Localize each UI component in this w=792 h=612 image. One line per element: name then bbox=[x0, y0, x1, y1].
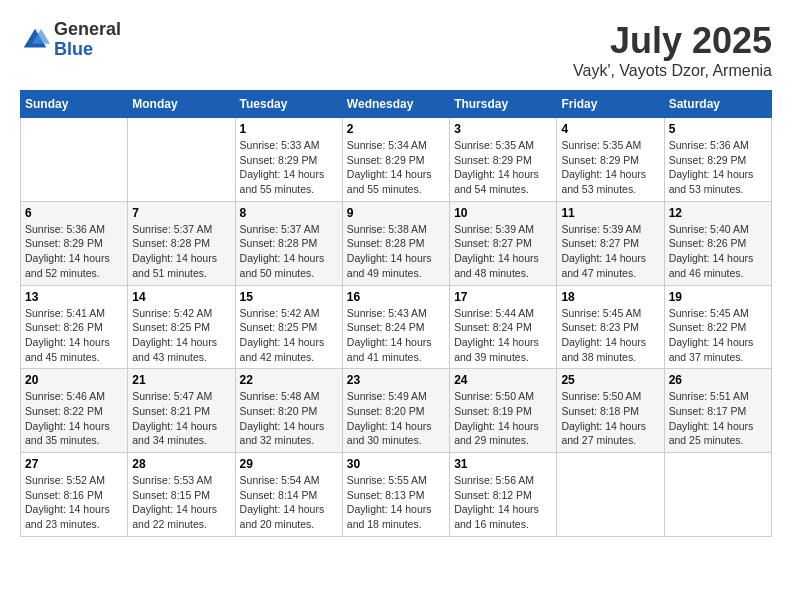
day-number: 10 bbox=[454, 206, 552, 220]
day-number: 4 bbox=[561, 122, 659, 136]
calendar-day-cell: 29Sunrise: 5:54 AMSunset: 8:14 PMDayligh… bbox=[235, 453, 342, 537]
calendar-day-cell: 20Sunrise: 5:46 AMSunset: 8:22 PMDayligh… bbox=[21, 369, 128, 453]
day-number: 22 bbox=[240, 373, 338, 387]
day-info: Sunrise: 5:45 AMSunset: 8:23 PMDaylight:… bbox=[561, 306, 659, 365]
day-info: Sunrise: 5:53 AMSunset: 8:15 PMDaylight:… bbox=[132, 473, 230, 532]
calendar-day-cell: 11Sunrise: 5:39 AMSunset: 8:27 PMDayligh… bbox=[557, 201, 664, 285]
day-info: Sunrise: 5:37 AMSunset: 8:28 PMDaylight:… bbox=[240, 222, 338, 281]
day-info: Sunrise: 5:37 AMSunset: 8:28 PMDaylight:… bbox=[132, 222, 230, 281]
day-number: 5 bbox=[669, 122, 767, 136]
day-info: Sunrise: 5:39 AMSunset: 8:27 PMDaylight:… bbox=[454, 222, 552, 281]
calendar-day-cell: 12Sunrise: 5:40 AMSunset: 8:26 PMDayligh… bbox=[664, 201, 771, 285]
calendar-day-cell: 3Sunrise: 5:35 AMSunset: 8:29 PMDaylight… bbox=[450, 118, 557, 202]
day-info: Sunrise: 5:48 AMSunset: 8:20 PMDaylight:… bbox=[240, 389, 338, 448]
day-info: Sunrise: 5:56 AMSunset: 8:12 PMDaylight:… bbox=[454, 473, 552, 532]
day-number: 14 bbox=[132, 290, 230, 304]
calendar-day-cell: 18Sunrise: 5:45 AMSunset: 8:23 PMDayligh… bbox=[557, 285, 664, 369]
day-number: 29 bbox=[240, 457, 338, 471]
day-number: 24 bbox=[454, 373, 552, 387]
logo-icon bbox=[20, 25, 50, 55]
day-number: 30 bbox=[347, 457, 445, 471]
day-number: 7 bbox=[132, 206, 230, 220]
day-info: Sunrise: 5:50 AMSunset: 8:19 PMDaylight:… bbox=[454, 389, 552, 448]
day-info: Sunrise: 5:49 AMSunset: 8:20 PMDaylight:… bbox=[347, 389, 445, 448]
logo-text: General Blue bbox=[54, 20, 121, 60]
calendar-day-cell: 6Sunrise: 5:36 AMSunset: 8:29 PMDaylight… bbox=[21, 201, 128, 285]
logo: General Blue bbox=[20, 20, 121, 60]
day-number: 31 bbox=[454, 457, 552, 471]
calendar-day-cell: 22Sunrise: 5:48 AMSunset: 8:20 PMDayligh… bbox=[235, 369, 342, 453]
calendar-day-cell: 14Sunrise: 5:42 AMSunset: 8:25 PMDayligh… bbox=[128, 285, 235, 369]
calendar-day-cell: 21Sunrise: 5:47 AMSunset: 8:21 PMDayligh… bbox=[128, 369, 235, 453]
day-info: Sunrise: 5:52 AMSunset: 8:16 PMDaylight:… bbox=[25, 473, 123, 532]
day-number: 21 bbox=[132, 373, 230, 387]
day-info: Sunrise: 5:36 AMSunset: 8:29 PMDaylight:… bbox=[669, 138, 767, 197]
calendar-week-row: 27Sunrise: 5:52 AMSunset: 8:16 PMDayligh… bbox=[21, 453, 772, 537]
weekday-header: Thursday bbox=[450, 91, 557, 118]
calendar-week-row: 1Sunrise: 5:33 AMSunset: 8:29 PMDaylight… bbox=[21, 118, 772, 202]
title-section: July 2025 Vayk', Vayots Dzor, Armenia bbox=[573, 20, 772, 80]
day-info: Sunrise: 5:46 AMSunset: 8:22 PMDaylight:… bbox=[25, 389, 123, 448]
calendar-day-cell: 15Sunrise: 5:42 AMSunset: 8:25 PMDayligh… bbox=[235, 285, 342, 369]
day-number: 28 bbox=[132, 457, 230, 471]
day-info: Sunrise: 5:55 AMSunset: 8:13 PMDaylight:… bbox=[347, 473, 445, 532]
day-number: 26 bbox=[669, 373, 767, 387]
weekday-header: Friday bbox=[557, 91, 664, 118]
day-info: Sunrise: 5:42 AMSunset: 8:25 PMDaylight:… bbox=[240, 306, 338, 365]
day-info: Sunrise: 5:50 AMSunset: 8:18 PMDaylight:… bbox=[561, 389, 659, 448]
location-text: Vayk', Vayots Dzor, Armenia bbox=[573, 62, 772, 80]
day-info: Sunrise: 5:47 AMSunset: 8:21 PMDaylight:… bbox=[132, 389, 230, 448]
calendar-day-cell: 30Sunrise: 5:55 AMSunset: 8:13 PMDayligh… bbox=[342, 453, 449, 537]
calendar-day-cell: 26Sunrise: 5:51 AMSunset: 8:17 PMDayligh… bbox=[664, 369, 771, 453]
weekday-header: Tuesday bbox=[235, 91, 342, 118]
calendar-day-cell bbox=[557, 453, 664, 537]
day-info: Sunrise: 5:51 AMSunset: 8:17 PMDaylight:… bbox=[669, 389, 767, 448]
calendar-day-cell: 9Sunrise: 5:38 AMSunset: 8:28 PMDaylight… bbox=[342, 201, 449, 285]
day-number: 12 bbox=[669, 206, 767, 220]
calendar-day-cell: 13Sunrise: 5:41 AMSunset: 8:26 PMDayligh… bbox=[21, 285, 128, 369]
calendar-day-cell: 31Sunrise: 5:56 AMSunset: 8:12 PMDayligh… bbox=[450, 453, 557, 537]
day-info: Sunrise: 5:41 AMSunset: 8:26 PMDaylight:… bbox=[25, 306, 123, 365]
day-info: Sunrise: 5:54 AMSunset: 8:14 PMDaylight:… bbox=[240, 473, 338, 532]
day-number: 3 bbox=[454, 122, 552, 136]
day-info: Sunrise: 5:39 AMSunset: 8:27 PMDaylight:… bbox=[561, 222, 659, 281]
day-number: 13 bbox=[25, 290, 123, 304]
calendar-day-cell: 25Sunrise: 5:50 AMSunset: 8:18 PMDayligh… bbox=[557, 369, 664, 453]
day-number: 17 bbox=[454, 290, 552, 304]
calendar-week-row: 6Sunrise: 5:36 AMSunset: 8:29 PMDaylight… bbox=[21, 201, 772, 285]
calendar-day-cell: 17Sunrise: 5:44 AMSunset: 8:24 PMDayligh… bbox=[450, 285, 557, 369]
calendar-day-cell: 1Sunrise: 5:33 AMSunset: 8:29 PMDaylight… bbox=[235, 118, 342, 202]
weekday-header: Wednesday bbox=[342, 91, 449, 118]
weekday-header: Sunday bbox=[21, 91, 128, 118]
month-title: July 2025 bbox=[573, 20, 772, 62]
day-number: 25 bbox=[561, 373, 659, 387]
calendar-day-cell: 8Sunrise: 5:37 AMSunset: 8:28 PMDaylight… bbox=[235, 201, 342, 285]
calendar-day-cell bbox=[128, 118, 235, 202]
calendar-day-cell: 16Sunrise: 5:43 AMSunset: 8:24 PMDayligh… bbox=[342, 285, 449, 369]
calendar-day-cell: 28Sunrise: 5:53 AMSunset: 8:15 PMDayligh… bbox=[128, 453, 235, 537]
weekday-header: Saturday bbox=[664, 91, 771, 118]
calendar-day-cell: 5Sunrise: 5:36 AMSunset: 8:29 PMDaylight… bbox=[664, 118, 771, 202]
calendar-day-cell: 27Sunrise: 5:52 AMSunset: 8:16 PMDayligh… bbox=[21, 453, 128, 537]
day-number: 18 bbox=[561, 290, 659, 304]
calendar-day-cell bbox=[21, 118, 128, 202]
calendar-day-cell: 24Sunrise: 5:50 AMSunset: 8:19 PMDayligh… bbox=[450, 369, 557, 453]
calendar-day-cell: 7Sunrise: 5:37 AMSunset: 8:28 PMDaylight… bbox=[128, 201, 235, 285]
weekday-header: Monday bbox=[128, 91, 235, 118]
day-info: Sunrise: 5:45 AMSunset: 8:22 PMDaylight:… bbox=[669, 306, 767, 365]
calendar-table: SundayMondayTuesdayWednesdayThursdayFrid… bbox=[20, 90, 772, 537]
calendar-day-cell: 4Sunrise: 5:35 AMSunset: 8:29 PMDaylight… bbox=[557, 118, 664, 202]
day-info: Sunrise: 5:40 AMSunset: 8:26 PMDaylight:… bbox=[669, 222, 767, 281]
day-info: Sunrise: 5:43 AMSunset: 8:24 PMDaylight:… bbox=[347, 306, 445, 365]
day-info: Sunrise: 5:35 AMSunset: 8:29 PMDaylight:… bbox=[454, 138, 552, 197]
day-number: 15 bbox=[240, 290, 338, 304]
calendar-day-cell: 23Sunrise: 5:49 AMSunset: 8:20 PMDayligh… bbox=[342, 369, 449, 453]
calendar-week-row: 13Sunrise: 5:41 AMSunset: 8:26 PMDayligh… bbox=[21, 285, 772, 369]
day-number: 8 bbox=[240, 206, 338, 220]
day-number: 2 bbox=[347, 122, 445, 136]
day-info: Sunrise: 5:35 AMSunset: 8:29 PMDaylight:… bbox=[561, 138, 659, 197]
day-info: Sunrise: 5:33 AMSunset: 8:29 PMDaylight:… bbox=[240, 138, 338, 197]
day-number: 19 bbox=[669, 290, 767, 304]
calendar-day-cell bbox=[664, 453, 771, 537]
day-info: Sunrise: 5:36 AMSunset: 8:29 PMDaylight:… bbox=[25, 222, 123, 281]
